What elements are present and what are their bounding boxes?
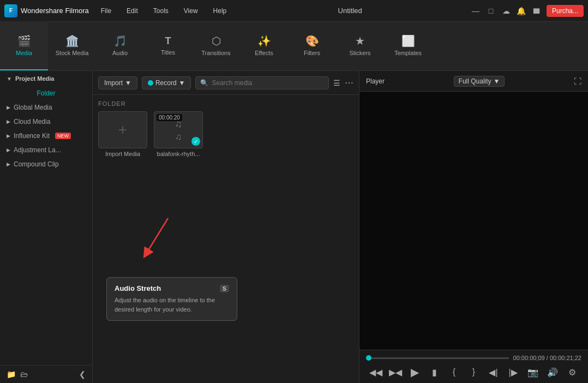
player-header: Player Full Quality ▼ ⛶ [359, 71, 588, 92]
notification-icon[interactable]: 🔔 [516, 5, 527, 16]
filter-icon[interactable]: ☰ [333, 79, 340, 87]
menu-view[interactable]: View [181, 5, 201, 17]
record-dot-icon [148, 80, 153, 86]
sidebar-item-adjustment[interactable]: ▶ Adjustment La... [0, 143, 92, 157]
audio-media-thumb[interactable]: 00:00:20 ♫ ♫ ✓ [154, 111, 203, 148]
tab-transitions-label: Transitions [201, 50, 230, 56]
audio-button[interactable]: 🔊 [546, 366, 559, 379]
record-chevron-icon: ▼ [179, 79, 185, 87]
purchase-button[interactable]: Purcha... [547, 5, 584, 17]
nav-tabs: 🎬 Media 🏛️ Stock Media 🎵 Audio T Titles … [0, 22, 588, 71]
media-grid: + Import Media 00:00:20 ♫ ♫ ✓ balafonk-r… [98, 111, 353, 157]
sidebar-adjustment-label: Adjustment La... [14, 146, 61, 154]
import-label: Import [104, 79, 123, 87]
tab-filters-label: Filters [304, 50, 320, 56]
folder-label[interactable]: Folder [0, 86, 92, 100]
add-folder-icon[interactable]: 📁 [7, 370, 16, 379]
search-icon: 🔍 [200, 79, 208, 87]
tab-templates-label: Templates [394, 50, 422, 56]
folder-section-label: FOLDER [98, 100, 353, 107]
minimize-icon[interactable]: — [470, 5, 481, 16]
search-box[interactable]: 🔍 [195, 76, 329, 89]
sidebar-header[interactable]: ▼ Project Media [0, 71, 92, 86]
tab-transitions[interactable]: ⬡ Transitions [192, 21, 240, 70]
tab-stickers[interactable]: ★ Stickers [336, 21, 384, 70]
tab-templates[interactable]: ⬜ Templates [384, 21, 432, 70]
sidebar-footer: 📁 🗁 ❮ [0, 365, 92, 383]
grid-icon[interactable]: ⯀ [531, 5, 542, 16]
tab-audio[interactable]: 🎵 Audio [96, 21, 144, 70]
fullscreen-icon[interactable]: ⛶ [574, 77, 581, 86]
player-screen [359, 92, 588, 350]
audio-note2-icon: ♫ [175, 132, 182, 142]
sidebar-item-global-media[interactable]: ▶ Global Media [0, 100, 92, 115]
expand-arrow-icon: ▶ [7, 133, 10, 139]
filters-tab-icon: 🎨 [305, 34, 319, 47]
media-area: FOLDER + Import Media 00:00:20 ♫ ♫ [93, 95, 359, 383]
tab-audio-label: Audio [112, 50, 128, 56]
play-back-button[interactable]: ▶◀ [389, 366, 402, 379]
tab-effects-label: Effects [255, 50, 273, 56]
menu-edit[interactable]: Edit [123, 5, 141, 17]
sidebar-compound-label: Compound Clip [14, 160, 59, 168]
app-name: Wondershare Filmora [21, 7, 89, 15]
import-media-item[interactable]: + Import Media [98, 111, 147, 157]
quality-selector[interactable]: Full Quality ▼ [454, 76, 505, 87]
sidebar-collapse-icon[interactable]: ❮ [79, 370, 86, 379]
mark-in-button[interactable]: { [448, 366, 461, 379]
sidebar-title: Project Media [15, 75, 55, 82]
audio-stretch-tooltip: Audio Stretch S Adjust the audio on the … [106, 277, 237, 321]
progress-bar[interactable]: 00:00:00;09 / 00:00:21;22 [366, 355, 581, 361]
sidebar: ▼ Project Media Folder ▶ Global Media ▶ … [0, 71, 93, 383]
stop-button[interactable]: ▮ [428, 366, 441, 379]
remove-folder-icon[interactable]: 🗁 [20, 370, 28, 379]
media-toolbar: Import ▼ Record ▼ 🔍 ☰ ⋯ [93, 71, 359, 95]
sidebar-item-cloud-media[interactable]: ▶ Cloud Media [0, 115, 92, 129]
menu-tools[interactable]: Tools [150, 5, 172, 17]
prev-edit-button[interactable]: ◀| [487, 366, 500, 379]
import-media-label: Import Media [105, 151, 140, 157]
plus-icon: + [118, 121, 127, 139]
tab-filters[interactable]: 🎨 Filters [288, 21, 336, 70]
sidebar-item-influence-kit[interactable]: ▶ Influence Kit NEW [0, 129, 92, 143]
step-back-button[interactable]: ◀◀ [369, 366, 382, 379]
next-edit-button[interactable]: |▶ [507, 366, 520, 379]
time-display: 00:00:00;09 / 00:00:21;22 [513, 355, 581, 361]
tab-titles[interactable]: T Titles [144, 21, 192, 70]
tab-effects[interactable]: ✨ Effects [240, 21, 288, 70]
audio-media-item[interactable]: 00:00:20 ♫ ♫ ✓ balafonk-rhyth... [154, 111, 203, 157]
player-controls: 00:00:00;09 / 00:00:21;22 ◀◀ ▶◀ ▶ ▮ { } … [359, 350, 588, 383]
menu-help[interactable]: Help [210, 5, 230, 17]
tab-stock-media[interactable]: 🏛️ Stock Media [48, 21, 96, 70]
import-media-thumb[interactable]: + [98, 111, 147, 148]
search-input[interactable] [212, 79, 324, 87]
tab-stickers-label: Stickers [349, 50, 370, 56]
sidebar-cloud-label: Cloud Media [14, 118, 50, 125]
progress-track[interactable] [366, 357, 509, 359]
audio-check-badge: ✓ [191, 137, 200, 146]
progress-thumb[interactable] [366, 355, 371, 361]
more-options-icon[interactable]: ⋯ [345, 77, 353, 88]
cloud-icon[interactable]: ☁ [501, 5, 512, 16]
sidebar-item-compound-clip[interactable]: ▶ Compound Clip [0, 157, 92, 171]
play-button[interactable]: ▶ [409, 366, 422, 379]
audio-media-label: balafonk-rhyth... [157, 151, 200, 157]
screenshot-button[interactable]: 📷 [526, 366, 539, 379]
maximize-icon[interactable]: □ [485, 5, 496, 16]
import-button[interactable]: Import ▼ [98, 76, 137, 89]
tab-media[interactable]: 🎬 Media [0, 21, 48, 70]
mark-out-button[interactable]: } [467, 366, 481, 379]
transitions-tab-icon: ⬡ [212, 34, 221, 47]
sidebar-global-label: Global Media [14, 104, 52, 111]
menu-file[interactable]: File [98, 5, 115, 17]
player-panel: Player Full Quality ▼ ⛶ 00:00:00;09 / 00… [359, 71, 588, 383]
record-button[interactable]: Record ▼ [142, 76, 191, 89]
settings-button[interactable]: ⚙ [566, 366, 579, 379]
stock-tab-icon: 🏛️ [65, 34, 79, 47]
templates-tab-icon: ⬜ [401, 34, 415, 47]
app-logo: F Wondershare Filmora [4, 4, 89, 17]
audio-note-icon: ♫ [175, 118, 182, 130]
expand-arrow-icon: ▶ [7, 119, 10, 124]
expand-arrow-icon: ▶ [7, 147, 10, 153]
expand-arrow-icon: ▶ [7, 161, 10, 167]
